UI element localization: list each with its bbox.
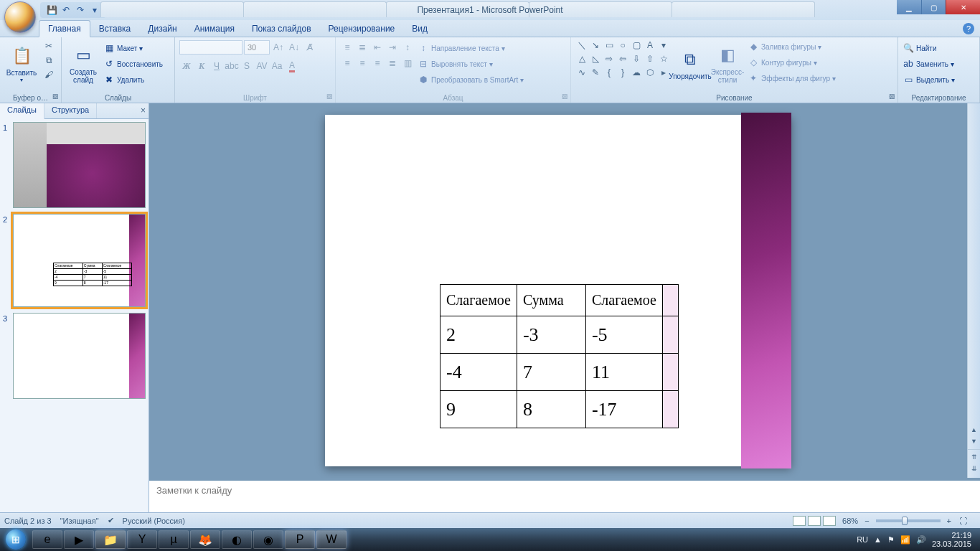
shape-text-icon[interactable]: A <box>644 39 656 52</box>
table-cell[interactable]: 7 <box>517 354 585 391</box>
select-button[interactable]: ▭Выделить ▾ <box>903 72 955 88</box>
find-button[interactable]: 🔍Найти <box>903 40 955 56</box>
shape-rrect-icon[interactable]: ▢ <box>630 39 643 52</box>
taskbar-explorer[interactable]: 📁 <box>95 530 126 549</box>
taskbar-word[interactable]: W <box>316 530 347 549</box>
zoom-thumb[interactable] <box>902 517 908 525</box>
taskbar-powerpoint[interactable]: P <box>285 530 315 549</box>
scroll-down-icon[interactable]: ▼ <box>969 438 979 448</box>
shape-larrow-icon[interactable]: ⇦ <box>616 52 629 65</box>
bg-tab[interactable] <box>672 1 815 17</box>
slide-thumb[interactable] <box>13 313 146 399</box>
clear-format-button[interactable]: A̸ <box>303 40 317 55</box>
line-spacing-button[interactable]: ↕ <box>400 40 415 55</box>
dialog-launcher-icon[interactable]: ▨ <box>51 93 60 101</box>
smartart-button[interactable]: ⬢Преобразовать в SmartArt ▾ <box>418 72 524 88</box>
delete-button[interactable]: ✖Удалить <box>103 72 163 88</box>
notes-pane[interactable]: Заметки к слайду <box>149 478 980 512</box>
slide-table[interactable]: Слагаемое Сумма Слагаемое 2 -3 -5 <box>440 284 679 428</box>
tab-review[interactable]: Рецензирование <box>320 21 404 37</box>
table-cell[interactable]: -3 <box>517 316 585 354</box>
shape-curve-icon[interactable]: ∿ <box>575 66 588 79</box>
close-button[interactable]: ✕ <box>946 0 980 14</box>
dialog-launcher-icon[interactable]: ▨ <box>560 93 569 101</box>
shape-uarrow-icon[interactable]: ⇧ <box>644 52 656 65</box>
maximize-button[interactable]: ▢ <box>921 0 946 14</box>
shape-rarrow-icon[interactable]: ⇨ <box>603 52 616 65</box>
new-slide-button[interactable]: ▭ Создать слайд <box>66 39 100 89</box>
copy-button[interactable]: ⧉ <box>42 53 56 67</box>
shape-star-icon[interactable]: ☆ <box>657 52 670 65</box>
tab-insert[interactable]: Вставка <box>90 21 140 37</box>
inc-indent-button[interactable]: ⇥ <box>385 40 400 55</box>
font-name-input[interactable] <box>179 40 242 55</box>
status-spellcheck[interactable]: ✔ <box>108 516 114 525</box>
bold-button[interactable]: Ж <box>179 59 194 73</box>
scroll-up-icon[interactable]: ▲ <box>969 426 979 436</box>
zoom-slider[interactable] <box>876 519 941 522</box>
align-right-button[interactable]: ≡ <box>370 56 385 70</box>
start-button[interactable]: ⊞ <box>0 528 32 551</box>
fit-button[interactable]: ⛶ <box>959 517 967 525</box>
shape-fill-button[interactable]: ◆Заливка фигуры ▾ <box>748 39 836 55</box>
panel-close-icon[interactable]: × <box>141 105 146 116</box>
shape-more-icon[interactable]: ▾ <box>657 39 670 52</box>
quick-styles-button[interactable]: ◧ Экспресс-стили <box>710 39 745 89</box>
layout-button[interactable]: ▦Макет ▾ <box>103 40 163 56</box>
paste-button[interactable]: 📋 Вставить ▾ <box>4 39 39 89</box>
taskbar-app[interactable]: ◐ <box>222 530 252 549</box>
cut-button[interactable]: ✂ <box>42 39 56 53</box>
table-cell[interactable]: Слагаемое <box>440 285 517 316</box>
bg-tab[interactable] <box>100 1 244 17</box>
shape-darrow-icon[interactable]: ⇩ <box>630 52 643 65</box>
shape-outline-button[interactable]: ◇Контур фигуры ▾ <box>748 55 836 70</box>
tab-slides[interactable]: Слайды <box>0 103 44 119</box>
prev-slide-icon[interactable]: ⇈ <box>969 453 979 463</box>
taskbar-yandex[interactable]: Y <box>127 530 157 549</box>
strike-button[interactable]: abc <box>225 59 239 73</box>
text-direction-button[interactable]: ↕Направление текста ▾ <box>418 40 524 56</box>
undo-icon[interactable]: ↶ <box>60 4 72 16</box>
tab-view[interactable]: Вид <box>403 21 436 37</box>
save-icon[interactable]: 💾 <box>46 4 57 16</box>
shadow-button[interactable]: S <box>240 59 254 73</box>
tray-lang[interactable]: RU <box>857 535 868 544</box>
shape-free-icon[interactable]: ✎ <box>589 66 602 79</box>
tab-home[interactable]: Главная <box>39 20 90 37</box>
zoom-out-button[interactable]: − <box>864 517 869 525</box>
table-cell[interactable]: -17 <box>585 391 662 428</box>
vertical-scrollbar[interactable]: ▲ ▼ ⇈ ⇊ <box>967 103 980 478</box>
shape-arrow-icon[interactable]: ↘ <box>589 39 602 52</box>
table-cell[interactable]: -5 <box>585 316 662 354</box>
taskbar-chrome[interactable]: ◉ <box>253 530 283 549</box>
dialog-launcher-icon[interactable]: ▨ <box>887 93 896 101</box>
view-show-button[interactable] <box>823 516 836 526</box>
table-cell[interactable]: Слагаемое <box>585 285 662 316</box>
shape-rtri-icon[interactable]: ◺ <box>589 52 602 65</box>
align-text-button[interactable]: ⊟Выровнять текст ▾ <box>418 56 524 72</box>
change-case-button[interactable]: Aa <box>270 59 284 73</box>
underline-button[interactable]: Ч <box>209 59 224 73</box>
format-painter-button[interactable]: 🖌 <box>42 67 56 82</box>
table-cell[interactable] <box>662 316 678 354</box>
replace-button[interactable]: abЗаменить ▾ <box>903 56 955 72</box>
status-language[interactable]: Русский (Россия) <box>123 517 185 525</box>
volume-icon[interactable]: 🔊 <box>916 535 926 545</box>
slide-thumb[interactable]: СлагаемоеСуммаСлагаемое 2-3-5 -4711 98-1… <box>13 214 146 307</box>
table-cell[interactable] <box>662 354 678 391</box>
shape-brace2-icon[interactable]: } <box>616 66 629 79</box>
shapes-gallery[interactable]: ＼ ↘ ▭ ○ ▢ A ▾ △ ◺ ⇨ ⇦ ⇩ ⇧ ☆ ∿ ✎ { } ☁ ⬡ <box>575 39 670 79</box>
zoom-value[interactable]: 68% <box>842 517 858 525</box>
table-cell[interactable]: 9 <box>440 391 517 428</box>
dec-indent-button[interactable]: ⇤ <box>370 40 385 55</box>
reset-button[interactable]: ↺Восстановить <box>103 56 163 72</box>
next-slide-icon[interactable]: ⇊ <box>969 465 979 475</box>
tray-up-icon[interactable]: ▲ <box>874 535 882 544</box>
taskbar-media[interactable]: ▶ <box>64 530 94 549</box>
tab-outline[interactable]: Структура <box>44 103 97 118</box>
tab-design[interactable]: Дизайн <box>139 21 185 37</box>
table-cell[interactable] <box>662 391 678 428</box>
qat-customize-icon[interactable]: ▾ <box>89 4 100 16</box>
shape-tri-icon[interactable]: △ <box>575 52 588 65</box>
shape-cloud-icon[interactable]: ☁ <box>630 66 643 79</box>
